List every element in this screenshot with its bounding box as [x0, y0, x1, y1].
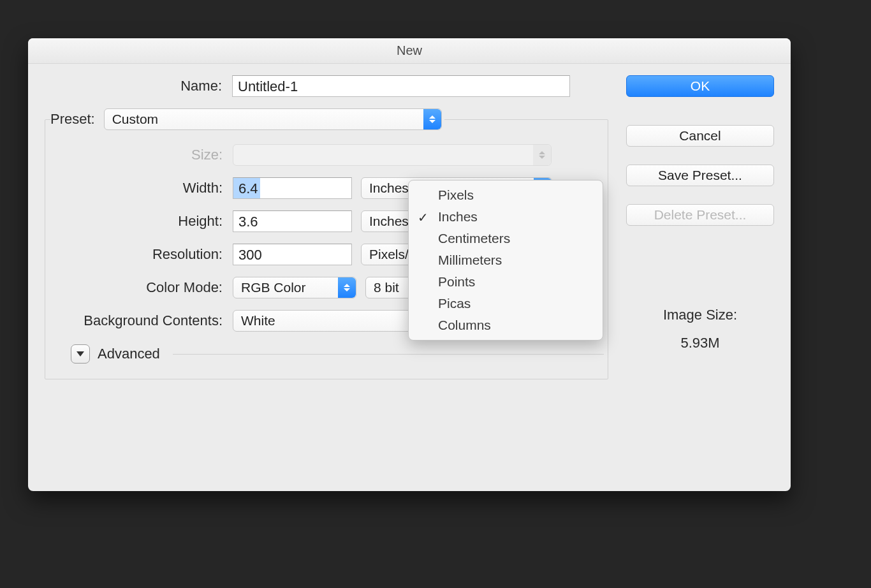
- unit-option-label: Picas: [438, 296, 471, 311]
- image-size-label: Image Size:: [626, 307, 774, 323]
- color-mode-label: Color Mode:: [45, 279, 233, 296]
- width-value: 6.4: [238, 180, 258, 196]
- color-depth-value: 8 bit: [374, 280, 399, 295]
- unit-option-label: Points: [438, 274, 475, 290]
- unit-option-columns[interactable]: Columns: [409, 314, 603, 336]
- ok-label: OK: [691, 78, 710, 94]
- unit-option-label: Inches: [438, 209, 478, 224]
- height-input[interactable]: 3.6: [233, 210, 352, 232]
- unit-option-label: Pixels: [438, 187, 474, 203]
- check-icon: ✓: [418, 210, 428, 225]
- unit-option-centimeters[interactable]: Centimeters: [409, 228, 603, 249]
- advanced-label: Advanced: [98, 346, 160, 362]
- preset-value: Custom: [112, 112, 158, 127]
- stepper-icon: [533, 145, 551, 165]
- save-preset-label: Save Preset...: [658, 168, 742, 183]
- height-value: 3.6: [238, 214, 258, 230]
- unit-option-picas[interactable]: Picas: [409, 293, 603, 314]
- unit-option-label: Centimeters: [438, 231, 510, 246]
- advanced-disclosure[interactable]: [71, 344, 90, 364]
- width-label: Width:: [45, 180, 233, 196]
- unit-option-label: Millimeters: [438, 253, 502, 268]
- stepper-icon: [423, 109, 441, 129]
- height-label: Height:: [45, 213, 233, 230]
- chevron-down-icon: [76, 351, 85, 357]
- new-document-dialog: New Name: Untitled-1 Preset: Custom: [28, 38, 791, 491]
- unit-option-inches[interactable]: ✓Inches: [409, 206, 603, 228]
- stepper-icon: [338, 277, 356, 298]
- width-input[interactable]: 6.4: [233, 177, 352, 199]
- preset-select[interactable]: Custom: [104, 108, 442, 130]
- width-unit-menu[interactable]: Pixels✓InchesCentimetersMillimetersPoint…: [408, 180, 603, 341]
- delete-preset-label: Delete Preset...: [654, 207, 747, 223]
- size-select: [233, 144, 552, 166]
- image-size-readout: Image Size: 5.93M: [626, 307, 774, 379]
- name-value: Untitled-1: [238, 78, 298, 94]
- unit-option-millimeters[interactable]: Millimeters: [409, 249, 603, 271]
- ok-button[interactable]: OK: [626, 75, 774, 97]
- resolution-input[interactable]: 300: [233, 244, 352, 265]
- cancel-label: Cancel: [679, 128, 721, 143]
- background-value: White: [241, 313, 275, 328]
- color-mode-value: RGB Color: [241, 280, 306, 295]
- unit-option-label: Columns: [438, 318, 491, 333]
- color-mode-select[interactable]: RGB Color: [233, 277, 356, 298]
- dialog-title: New: [28, 38, 791, 64]
- unit-option-pixels[interactable]: Pixels: [409, 184, 603, 206]
- background-label: Background Contents:: [45, 312, 233, 329]
- size-label: Size:: [45, 147, 233, 163]
- resolution-label: Resolution:: [45, 246, 233, 263]
- save-preset-button[interactable]: Save Preset...: [626, 165, 774, 186]
- cancel-button[interactable]: Cancel: [626, 125, 774, 147]
- resolution-value: 300: [238, 247, 262, 263]
- name-input[interactable]: Untitled-1: [232, 75, 570, 97]
- width-unit-value: Inches: [369, 180, 409, 196]
- height-unit-value: Inches: [369, 214, 409, 229]
- preset-label: Preset:: [50, 111, 95, 128]
- divider: [173, 354, 604, 355]
- svg-marker-0: [77, 351, 84, 356]
- image-size-value: 5.93M: [626, 335, 774, 351]
- name-label: Name:: [45, 78, 232, 94]
- unit-option-points[interactable]: Points: [409, 271, 603, 293]
- delete-preset-button: Delete Preset...: [626, 204, 774, 226]
